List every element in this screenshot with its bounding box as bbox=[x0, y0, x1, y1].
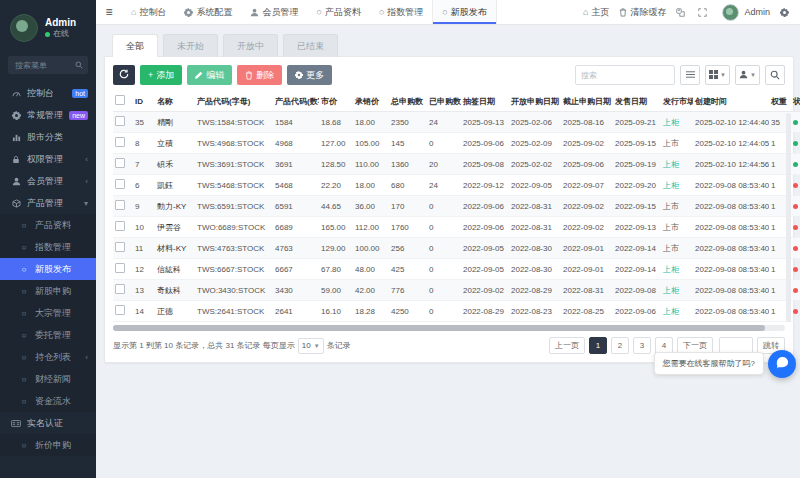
row-checkbox[interactable] bbox=[115, 200, 125, 210]
topbar-nav-3[interactable]: 会员管理 bbox=[241, 0, 307, 24]
sidebar-item-1[interactable]: 控制台hot bbox=[0, 82, 96, 104]
page-button-2[interactable]: 2 bbox=[611, 337, 629, 354]
sidebar-item-2[interactable]: 常规管理new bbox=[0, 104, 96, 126]
topbar-nav-4[interactable]: ○产品资料 bbox=[307, 0, 369, 24]
sidebar-item-12[interactable]: ○委托管理 bbox=[0, 324, 96, 346]
sidebar-item-13[interactable]: ○持仓列表‹ bbox=[0, 346, 96, 368]
market-link[interactable]: 上市 bbox=[663, 139, 679, 148]
settings-button[interactable] bbox=[780, 8, 792, 17]
market-link[interactable]: 上柜 bbox=[663, 265, 679, 274]
cell-name[interactable]: 動力-KY bbox=[155, 196, 195, 217]
topbar-avatar[interactable] bbox=[722, 4, 739, 21]
cell-name[interactable]: 材料-KY bbox=[155, 238, 195, 259]
row-checkbox[interactable] bbox=[115, 179, 125, 189]
menu-toggle-icon[interactable]: ≡ bbox=[96, 0, 122, 24]
sidebar-item-4[interactable]: 权限管理‹ bbox=[0, 148, 96, 170]
page-button-3[interactable]: 3 bbox=[633, 337, 651, 354]
translate-button[interactable] bbox=[676, 8, 688, 17]
sidebar-item-6[interactable]: 产品管理▾ bbox=[0, 192, 96, 214]
sidebar-item-7[interactable]: ○产品资料 bbox=[0, 214, 96, 236]
cell-open_date: 2025-02-09 bbox=[509, 133, 561, 154]
fullscreen-button[interactable] bbox=[698, 8, 710, 17]
topbar-nav-5[interactable]: ○指数管理 bbox=[370, 0, 432, 24]
market-link[interactable]: 上柜 bbox=[663, 286, 679, 295]
column-header: 创建时间 bbox=[693, 91, 769, 112]
cell-subscribed: 0 bbox=[427, 196, 461, 217]
cell-name[interactable]: 奇鈦科 bbox=[155, 280, 195, 301]
sidebar-item-10[interactable]: ○新股申购 bbox=[0, 280, 96, 302]
sidebar-item-15[interactable]: ○资金流水 bbox=[0, 390, 96, 412]
tab-3[interactable]: 开放中 bbox=[223, 34, 278, 57]
cell-price: 128.50 bbox=[319, 154, 353, 175]
topbar-username[interactable]: Admin bbox=[744, 7, 770, 17]
topbar-nav-2[interactable]: 系统配置 bbox=[175, 0, 241, 24]
export-dropdown-button[interactable]: ▼ bbox=[735, 65, 760, 85]
home-link[interactable]: ⌂主页 bbox=[583, 6, 609, 19]
select-all-checkbox[interactable] bbox=[115, 95, 125, 105]
more-button[interactable]: 更多 bbox=[287, 65, 332, 85]
market-link[interactable]: 上柜 bbox=[663, 118, 679, 127]
search-icon[interactable] bbox=[75, 61, 83, 69]
columns-dropdown-button[interactable]: ▼ bbox=[705, 65, 730, 85]
sidebar-search-input[interactable] bbox=[13, 60, 75, 71]
cell-name[interactable]: 精剛 bbox=[155, 112, 195, 133]
sidebar-item-17[interactable]: ○折价申购 bbox=[0, 434, 96, 456]
cell-id: 11 bbox=[133, 238, 155, 259]
cell-name[interactable]: 信紘科 bbox=[155, 259, 195, 280]
user-avatar[interactable] bbox=[10, 14, 38, 42]
clear-cache-button[interactable]: 清除缓存 bbox=[619, 6, 666, 19]
cell-code_num: 6689 bbox=[273, 217, 319, 238]
chat-message-bubble[interactable]: 您需要在线客服帮助了吗? bbox=[654, 352, 764, 375]
search-button[interactable] bbox=[765, 65, 785, 85]
tab-4[interactable]: 已结束 bbox=[283, 34, 338, 57]
market-link[interactable]: 上市 bbox=[663, 202, 679, 211]
user-icon bbox=[739, 70, 748, 80]
sidebar-item-11[interactable]: ○大宗管理 bbox=[0, 302, 96, 324]
row-checkbox[interactable] bbox=[115, 158, 125, 168]
cell-name[interactable]: 碩禾 bbox=[155, 154, 195, 175]
chevron-left-icon: ‹ bbox=[85, 155, 88, 164]
market-link[interactable]: 上市 bbox=[663, 244, 679, 253]
row-checkbox[interactable] bbox=[115, 284, 125, 294]
row-checkbox[interactable] bbox=[115, 137, 125, 147]
sidebar-item-3[interactable]: 股市分类 bbox=[0, 126, 96, 148]
market-link[interactable]: 上柜 bbox=[663, 160, 679, 169]
cell-total_subs: 1360 bbox=[389, 154, 427, 175]
sidebar-item-5[interactable]: 会员管理‹ bbox=[0, 170, 96, 192]
chat-launcher-button[interactable] bbox=[768, 350, 796, 378]
delete-button[interactable]: 删除 bbox=[237, 65, 282, 85]
page-size-select[interactable]: 10▼ bbox=[298, 338, 324, 354]
row-checkbox[interactable] bbox=[115, 242, 125, 252]
topbar-nav-6[interactable]: ○新股发布 bbox=[432, 0, 496, 24]
add-button[interactable]: +添加 bbox=[140, 65, 182, 85]
page-button-1[interactable]: 1 bbox=[589, 337, 607, 354]
tab-1[interactable]: 全部 bbox=[112, 34, 158, 57]
row-checkbox[interactable] bbox=[115, 221, 125, 231]
market-link[interactable]: 上市 bbox=[663, 223, 679, 232]
horizontal-scrollbar-thumb[interactable] bbox=[113, 325, 765, 331]
paging-toggle-button[interactable] bbox=[680, 65, 700, 85]
cell-name[interactable]: 立積 bbox=[155, 133, 195, 154]
cell-name[interactable]: 正德 bbox=[155, 301, 195, 322]
sidebar-item-9[interactable]: ○新股发布 bbox=[0, 258, 96, 280]
row-checkbox[interactable] bbox=[115, 263, 125, 273]
sidebar-item-16[interactable]: 实名认证 bbox=[0, 412, 96, 434]
refresh-button[interactable] bbox=[113, 65, 135, 85]
cell-code_alpha: TWO:6689:STOCK bbox=[195, 217, 273, 238]
market-link[interactable]: 上柜 bbox=[663, 307, 679, 316]
table-search-input[interactable] bbox=[575, 65, 675, 85]
row-checkbox[interactable] bbox=[115, 116, 125, 126]
topbar-nav-1[interactable]: ⌂控制台 bbox=[122, 0, 175, 24]
sidebar-item-14[interactable]: ○财经新闻 bbox=[0, 368, 96, 390]
horizontal-scrollbar[interactable] bbox=[113, 325, 785, 331]
market-link[interactable]: 上柜 bbox=[663, 181, 679, 190]
vertical-scrollbar[interactable] bbox=[786, 113, 791, 322]
cell-name[interactable]: 凱鈺 bbox=[155, 175, 195, 196]
prev-page-button[interactable]: 上一页 bbox=[549, 337, 585, 354]
cell-status: 已结束 bbox=[791, 280, 800, 301]
sidebar-item-8[interactable]: ○指数管理 bbox=[0, 236, 96, 258]
edit-button[interactable]: 编辑 bbox=[187, 65, 232, 85]
cell-name[interactable]: 伊雲谷 bbox=[155, 217, 195, 238]
row-checkbox[interactable] bbox=[115, 305, 125, 315]
tab-2[interactable]: 未开始 bbox=[163, 34, 218, 57]
